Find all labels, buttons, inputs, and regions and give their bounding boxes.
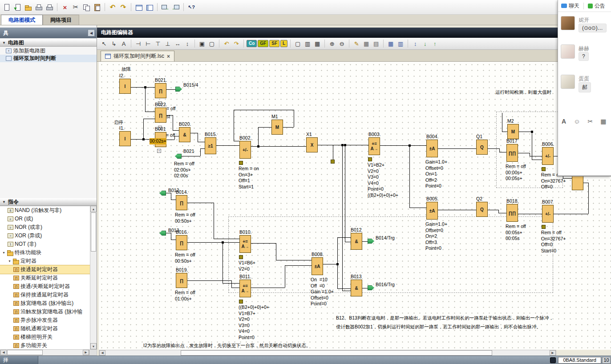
align-left-icon[interactable]: ⊣ — [134, 39, 143, 48]
comment-text-8[interactable]: I2为泵的故障输出点，发生故障时，先切换至下一台泵，然后关断自动切换状态。 — [143, 343, 311, 349]
redo-icon[interactable]: ↷ — [118, 2, 128, 12]
tab-chat[interactable]: 聊天 — [561, 2, 579, 10]
block-output-q2[interactable]: Q — [476, 202, 488, 217]
comment-text-0[interactable]: 故障 — [121, 66, 131, 72]
scroll-left-button[interactable]: ◀ — [0, 350, 7, 355]
tree-item-6[interactable]: ▾定时器 — [0, 257, 90, 265]
split-connection-icon[interactable]: ↕ — [411, 39, 420, 48]
block-output-q1[interactable]: Q — [476, 140, 488, 155]
expander-icon[interactable]: ▾ — [2, 251, 6, 255]
special-functions-sf-button[interactable]: SF — [269, 40, 279, 47]
tree-item-16[interactable]: ∏多功能开关 — [0, 341, 90, 349]
align-top-icon[interactable]: ⊤ — [154, 39, 162, 48]
comment-text-1[interactable]: 启停 — [114, 120, 123, 126]
close-tab-icon[interactable]: × — [167, 53, 170, 60]
chat-entry-2[interactable]: 蛋蛋郝 — [558, 75, 611, 101]
tree-item-11[interactable]: ∏脉宽继电器 (脉冲输出) — [0, 299, 90, 308]
scroll-right-button[interactable]: ▶ — [83, 350, 89, 355]
panel-hscrollbar[interactable]: ◀ ▶ — [0, 349, 97, 356]
select-tool[interactable]: ↖ — [100, 39, 109, 48]
download-ref-icon[interactable]: ↓ — [421, 39, 429, 48]
print-preview-icon[interactable] — [45, 2, 54, 12]
delete-icon[interactable]: × — [60, 2, 70, 12]
tree-item-3[interactable]: =XOR (异或) — [0, 232, 90, 240]
block-and-b020[interactable]: & — [179, 127, 190, 142]
zoom-out-icon[interactable]: ⊖ — [337, 39, 346, 48]
block-timer-b021[interactable]: ∏ — [155, 83, 166, 98]
tree-item-8[interactable]: ∏关断延时定时器 — [0, 274, 90, 282]
chat-entry-0[interactable]: 妮开(⊙o⊙)… — [558, 16, 611, 43]
screenshot-tool-icon[interactable]: ✂ — [587, 118, 593, 125]
convert-lad-icon[interactable] — [134, 2, 144, 12]
canvas-hscrollbar[interactable]: ◀ ▶ — [99, 350, 556, 356]
conn-b013-icon[interactable] — [159, 231, 166, 236]
block-flag-m1[interactable]: M — [271, 120, 283, 135]
emoji-tool-icon[interactable]: ☺ — [574, 118, 580, 125]
labels-l-button[interactable]: L — [280, 40, 287, 47]
diagram-item-add[interactable]: +添加新电路图 — [0, 47, 97, 55]
block-timer-b019[interactable]: ∏ — [176, 273, 187, 288]
instruction-section-header[interactable]: ▼ 指令 — [0, 198, 97, 206]
block-analog-b010[interactable]: += A→ — [239, 235, 251, 253]
view-single-icon[interactable]: ▢ — [293, 39, 302, 48]
copy-icon[interactable] — [81, 2, 91, 12]
block-counter-b007[interactable]: +/- — [542, 205, 554, 223]
scroll-right-button[interactable]: ▶ — [550, 350, 556, 356]
comment-tool[interactable]: ✎ — [352, 39, 361, 48]
chat-entry-1[interactable]: 赫赫? — [558, 44, 611, 71]
block-counter-b006[interactable]: +/- — [542, 147, 554, 165]
diagram-item-current[interactable]: 循环泵加时间判断 — [0, 55, 97, 62]
constants-co-button[interactable]: Co — [247, 40, 257, 47]
open-icon[interactable] — [23, 2, 33, 12]
comment-text-6[interactable]: B12、B13判断在送电时，是那一路输出。若送电时工作时间长的一路泵处于输出状态… — [336, 315, 554, 321]
conn-b021-icon[interactable] — [175, 154, 182, 159]
new-file-icon[interactable] — [2, 2, 12, 12]
block-pulse-b017[interactable]: ∏∏ — [506, 144, 518, 162]
block-counter-b002[interactable]: +/- — [239, 141, 251, 159]
align-bottom-icon[interactable]: ⊥ — [163, 39, 172, 48]
expander-icon[interactable]: ▾ — [8, 259, 12, 263]
block-open-conn-x1[interactable]: X — [306, 137, 318, 152]
tree-item-10[interactable]: ∏保持接通延时定时器 — [0, 291, 90, 299]
scroll-up-button[interactable]: ▲ — [90, 206, 97, 212]
redo-icon[interactable]: ↷ — [232, 39, 241, 48]
document-tab[interactable]: 循环泵加时间判断.lsc × — [101, 51, 174, 61]
basic-functions-gf-button[interactable]: GF — [258, 40, 268, 47]
expand-parameters-button[interactable]: + — [157, 149, 161, 153]
block-and-b013[interactable]: & — [351, 280, 362, 296]
context-help-icon[interactable]: ↖? — [186, 2, 196, 12]
zoom-in-icon[interactable]: ⊕ — [328, 39, 336, 48]
distribute-v-icon[interactable]: ↕ — [183, 39, 192, 48]
upload-ref-icon[interactable]: ↑ — [430, 39, 439, 48]
canvas[interactable]: +++II2.∏B021.∏B022.II1.∏B00100:02s+&B020… — [99, 62, 611, 350]
colormap-icon[interactable]: ▦ — [362, 39, 371, 48]
block-analog-b008[interactable]: ±A — [312, 257, 323, 275]
import-icon[interactable] — [12, 2, 22, 12]
block-analog-b005[interactable]: ±A — [426, 202, 438, 220]
tree-scrollbar[interactable]: ▲ ▼ — [90, 206, 97, 349]
scroll-down-button[interactable]: ▼ — [90, 343, 97, 349]
comment-text-7[interactable]: 使计数器B002加1，切换到运行时间短的那一路泵，若工作时间短的那一路输出，则不… — [336, 324, 541, 330]
collapse-panel-button[interactable]: ◀ — [88, 29, 95, 36]
conn-b012-icon[interactable] — [159, 191, 166, 196]
image-tool-icon[interactable]: ▦ — [600, 118, 606, 125]
block-timer-b016[interactable]: ∏ — [176, 235, 187, 250]
convert-fbd-icon[interactable] — [145, 2, 154, 12]
tree-item-15[interactable]: ∏楼梯照明开关 — [0, 333, 90, 341]
font-tool-icon[interactable]: A — [562, 118, 566, 125]
diagram-section-header[interactable]: ▼ 电路图 — [0, 39, 97, 47]
connector-tool[interactable]: ↳ — [109, 39, 118, 48]
block-block-unknown[interactable] — [572, 175, 583, 190]
block-pulse-b018[interactable]: ∏∏ — [506, 204, 518, 222]
tree-item-1[interactable]: ≥OR (或) — [0, 215, 90, 223]
tree-item-9[interactable]: ∏接通/关断延时定时器 — [0, 282, 90, 291]
scroll-thumb[interactable] — [91, 212, 96, 252]
tree-item-4[interactable]: 1NOT (非) — [0, 240, 90, 248]
text-tool[interactable]: A — [119, 39, 128, 48]
tab-announce[interactable]: 公告 — [588, 2, 605, 10]
tree-item-2[interactable]: ≥NOR (或非) — [0, 223, 90, 232]
block-or-b015[interactable]: ≥1 — [205, 137, 216, 154]
tree-item-14[interactable]: ∏随机通断定时器 — [0, 324, 90, 333]
bring-front-icon[interactable]: ▣ — [198, 39, 206, 48]
block-and-b012[interactable]: & — [351, 233, 362, 250]
